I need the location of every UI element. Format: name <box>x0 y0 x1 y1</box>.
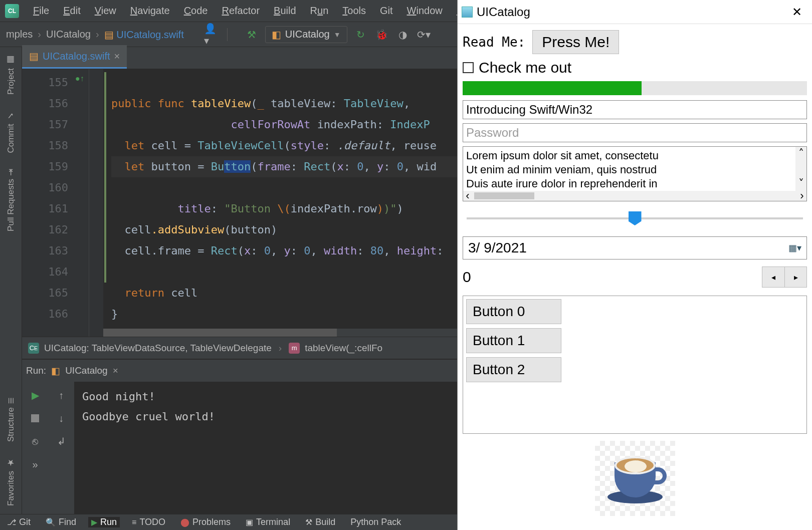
window-title: UICatalog <box>477 5 786 19</box>
run-config-name[interactable]: UICatalog <box>65 365 108 376</box>
toolwin-favorites[interactable]: Favorites ★ <box>4 450 18 514</box>
fold-gutter <box>89 69 103 337</box>
left-tool-rail: Project ▦ Commit ✓ Pull Requests ⇥ Struc… <box>0 47 22 514</box>
debug-icon[interactable]: 🐞 <box>373 26 390 43</box>
class-icon: CE <box>28 343 39 354</box>
readme-label: Read Me: <box>463 35 525 50</box>
user-icon[interactable]: 👤▾ <box>204 26 221 43</box>
status-git[interactable]: ⎇Git <box>4 517 34 527</box>
text-field[interactable]: Introducing Swift/Win32 <box>463 100 807 119</box>
run-icon[interactable]: ↻ <box>352 26 369 43</box>
stepper-up-button[interactable]: ▸ <box>784 267 806 287</box>
menu-window[interactable]: Window <box>400 2 450 20</box>
stepper: ◂ ▸ <box>762 267 807 288</box>
hammer-icon: ⚒ <box>305 517 312 527</box>
nav-method[interactable]: tableView(_:cellFo <box>305 343 382 354</box>
menu-file[interactable]: FFileile <box>26 2 56 20</box>
table-button-1[interactable]: Button 1 <box>466 328 561 353</box>
breadcrumb-project[interactable]: UICatalog <box>43 29 94 40</box>
table-button-0[interactable]: Button 0 <box>466 299 561 324</box>
status-build[interactable]: ⚒Build <box>302 517 338 527</box>
coverage-icon[interactable]: ◑ <box>394 26 412 43</box>
window-close-icon[interactable]: ✕ <box>786 3 808 21</box>
password-field[interactable]: Password <box>463 123 807 142</box>
menu-refactor[interactable]: Refactor <box>215 2 267 20</box>
menu-view[interactable]: View <box>88 2 123 20</box>
table-button-2[interactable]: Button 2 <box>466 357 561 382</box>
rerun-icon[interactable]: ▶ <box>27 387 44 404</box>
run-config-selector[interactable]: ◧ UICatalog ▼ <box>265 26 347 43</box>
nav-breadcrumb: CE UICatalog: TableViewDataSource, Table… <box>22 337 457 359</box>
window-app-icon <box>462 7 473 18</box>
press-me-button[interactable]: Press Me! <box>532 30 619 54</box>
toolwin-commit[interactable]: Commit ✓ <box>4 103 18 161</box>
checkbox-label: Check me out <box>479 59 571 76</box>
menu-code[interactable]: Code <box>177 2 215 20</box>
up-icon[interactable]: ↑ <box>53 387 70 404</box>
toolwin-project[interactable]: Project ▦ <box>4 47 18 103</box>
menu-tools[interactable]: Tools <box>335 2 373 20</box>
statusbar: ⎇Git 🔍Find ▶Run ≡TODO ⬤Problems ▣Termina… <box>0 514 457 530</box>
date-value: 3/ 9/2021 <box>468 240 527 256</box>
editor-hscrollbar[interactable] <box>103 329 457 337</box>
chevron-right-icon: › <box>277 343 284 354</box>
run-tool-column-1: ▶ ⎋ » <box>22 382 48 514</box>
progress-fill <box>463 81 642 95</box>
play-icon: ▶ <box>91 517 97 527</box>
code-text[interactable]: public func tableView(_ tableView: Table… <box>103 69 457 337</box>
run-tool-column-2: ↑ ↓ ↲ <box>48 382 74 514</box>
hammer-build-icon[interactable]: ⚒ <box>243 26 260 43</box>
textview-vscrollbar[interactable]: ˄˅ <box>795 147 806 191</box>
close-icon[interactable]: × <box>113 365 118 376</box>
warning-icon: ⬤ <box>180 517 189 527</box>
exit-icon[interactable]: ⎋ <box>27 433 44 450</box>
nav-class[interactable]: UICatalog: TableViewDataSource, TableVie… <box>44 343 272 354</box>
checkbox-box-icon[interactable] <box>463 62 474 73</box>
status-problems[interactable]: ⬤Problems <box>177 517 234 527</box>
toolwin-structure[interactable]: Structure ≣ <box>4 389 18 450</box>
run-gutter-icon[interactable]: ●↑ <box>75 74 84 83</box>
more-icon[interactable]: » <box>27 456 44 473</box>
table-view[interactable]: Button 0 Button 1 Button 2 <box>463 296 807 434</box>
status-run[interactable]: ▶Run <box>88 517 120 527</box>
breadcrumb-file[interactable]: ▤ UICatalog.swift <box>101 29 187 41</box>
date-picker[interactable]: 3/ 9/2021 ▦▾ <box>463 236 807 259</box>
run-console[interactable]: Good night! Goodbye cruel world! <box>74 382 457 514</box>
slider-thumb[interactable] <box>629 211 642 225</box>
status-terminal[interactable]: ▣Terminal <box>243 517 293 527</box>
softwrap-icon[interactable]: ↲ <box>53 433 70 450</box>
calendar-icon[interactable]: ▦▾ <box>788 242 801 253</box>
stop-icon[interactable] <box>27 410 44 427</box>
stepper-down-button[interactable]: ◂ <box>762 267 784 287</box>
menu-build[interactable]: Build <box>267 2 303 20</box>
down-icon[interactable]: ↓ <box>53 410 70 427</box>
menu-navigate[interactable]: Navigate <box>123 2 177 20</box>
image-view <box>595 441 675 516</box>
status-find[interactable]: 🔍Find <box>43 517 79 527</box>
status-python-packages[interactable]: Python Pack <box>347 517 404 527</box>
text-view[interactable]: Lorem ipsum dolor sit amet, consectetu U… <box>463 146 807 201</box>
menu-git[interactable]: Git <box>373 2 400 20</box>
chevron-right-icon: › <box>36 29 43 40</box>
code-editor[interactable]: 155156157 158159160 161162163 164165166 … <box>22 69 457 337</box>
run-toolwindow: ▶ ⎋ » ↑ ↓ ↲ Good night! Goodbye cruel wo… <box>22 382 457 514</box>
search-icon: 🔍 <box>46 517 56 527</box>
branch-icon: ⎇ <box>7 517 16 527</box>
menu-edit[interactable]: Edit <box>56 2 87 20</box>
chevron-down-icon: ▼ <box>334 31 341 39</box>
run-toolwindow-header: Run: ◧ UICatalog × <box>22 360 457 382</box>
toolbar-separator <box>227 28 237 41</box>
status-todo[interactable]: ≡TODO <box>129 517 168 527</box>
slider[interactable] <box>463 208 807 228</box>
breadcrumb-root[interactable]: mples <box>3 29 36 40</box>
editor-tab[interactable]: ▤ UICatalog.swift × <box>22 45 127 69</box>
close-icon[interactable]: × <box>114 51 120 62</box>
profile-icon[interactable]: ⟳▾ <box>416 26 433 43</box>
check-me-out-checkbox[interactable]: Check me out <box>463 59 807 76</box>
chevron-right-icon: › <box>94 29 101 40</box>
progress-bar <box>463 81 807 95</box>
menu-run[interactable]: Run <box>303 2 336 20</box>
cube-icon: ◧ <box>51 365 60 377</box>
textview-hscrollbar[interactable]: ‹› <box>463 191 806 201</box>
toolwin-pull-requests[interactable]: Pull Requests ⇥ <box>4 161 18 239</box>
